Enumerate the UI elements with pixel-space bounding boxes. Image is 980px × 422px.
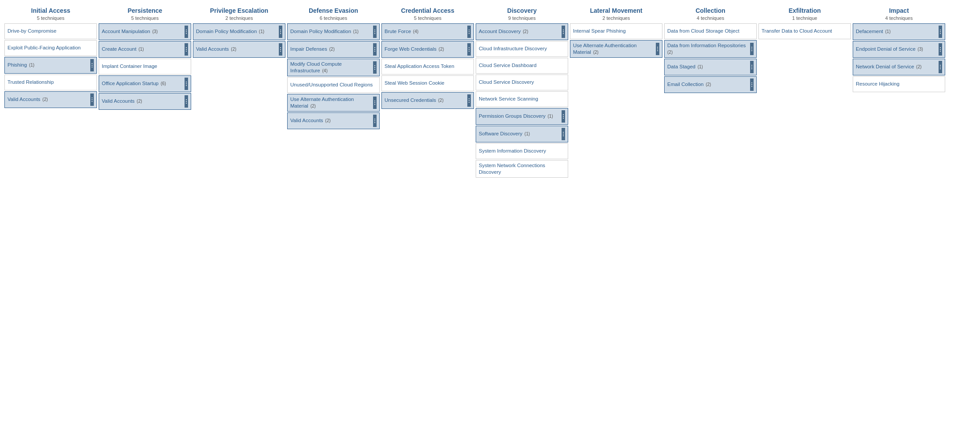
technique-item-cloud-service-dash[interactable]: Cloud Service Dashboard bbox=[476, 58, 568, 74]
drag-handle-domain-policy-pe[interactable] bbox=[279, 26, 282, 38]
technique-item-valid-accounts-pe[interactable]: Valid Accounts (2) bbox=[193, 41, 285, 58]
tactic-column-credential-access: Credential Access5 techniquesBrute Force… bbox=[381, 4, 474, 178]
technique-sub-count-software-disc: (1) bbox=[523, 131, 530, 136]
technique-text-data-cloud-storage: Data from Cloud Storage Object bbox=[667, 28, 754, 34]
technique-item-sys-network[interactable]: System Network Connections Discovery bbox=[476, 160, 568, 178]
technique-item-create-acct[interactable]: Create Account (1) bbox=[99, 41, 191, 58]
drag-handle-acct-discovery[interactable] bbox=[562, 26, 565, 38]
technique-item-unused-cloud[interactable]: Unused/Unsupported Cloud Regions bbox=[287, 77, 380, 93]
drag-handle-network-dos[interactable] bbox=[939, 61, 942, 73]
drag-handle-software-disc[interactable] bbox=[562, 128, 565, 140]
technique-item-domain-policy-de[interactable]: Domain Policy Modification (1) bbox=[287, 23, 380, 40]
drag-handle-office-app[interactable] bbox=[185, 78, 188, 90]
technique-item-trusted-rel[interactable]: Trusted Relationship bbox=[4, 75, 97, 90]
technique-item-cloud-infra[interactable]: Cloud Infrastructure Discovery bbox=[476, 41, 568, 57]
technique-item-phishing[interactable]: Phishing (1) bbox=[4, 57, 97, 74]
techniques-list-lateral-movement: Internal Spear PhishingUse Alternate Aut… bbox=[570, 23, 662, 58]
technique-text-trusted-rel: Trusted Relationship bbox=[7, 79, 94, 86]
technique-sub-count-impair-defenses: (2) bbox=[328, 47, 335, 52]
technique-sub-count-network-dos: (2) bbox=[915, 64, 921, 69]
technique-text-create-acct: Create Account (1) bbox=[102, 46, 183, 52]
drag-handle-use-alternate-de[interactable] bbox=[373, 97, 377, 109]
technique-text-cloud-service-dash: Cloud Service Dashboard bbox=[479, 62, 565, 69]
drag-handle-email-collection[interactable] bbox=[750, 78, 754, 91]
technique-item-use-alternate-de[interactable]: Use Alternate Authentication Material (2… bbox=[287, 94, 380, 112]
tactic-count-privilege-escalation: 2 techniques bbox=[195, 15, 284, 21]
technique-text-cloud-service-disc: Cloud Service Discovery bbox=[479, 79, 565, 86]
technique-item-data-staged[interactable]: Data Staged (1) bbox=[664, 59, 757, 75]
technique-item-sys-info[interactable]: System Information Discovery bbox=[476, 143, 568, 159]
technique-item-data-cloud-storage[interactable]: Data from Cloud Storage Object bbox=[664, 23, 757, 39]
technique-item-email-collection[interactable]: Email Collection (2) bbox=[664, 76, 757, 93]
technique-item-software-disc[interactable]: Software Discovery (1) bbox=[476, 126, 568, 142]
tactic-count-defense-evasion: 6 techniques bbox=[289, 15, 378, 21]
technique-item-drive-by[interactable]: Drive-by Compromise bbox=[4, 23, 97, 39]
drag-handle-valid-accounts-p[interactable] bbox=[185, 95, 188, 108]
drag-handle-valid-accounts-de[interactable] bbox=[373, 115, 377, 127]
technique-text-acct-discovery: Account Discovery (2) bbox=[479, 28, 560, 35]
technique-item-office-app[interactable]: Office Application Startup (6) bbox=[99, 75, 191, 92]
technique-item-transfer-data[interactable]: Transfer Data to Cloud Account bbox=[758, 23, 851, 39]
technique-sub-count-use-alternate-lm: (2) bbox=[592, 50, 599, 55]
technique-item-valid-accounts-p[interactable]: Valid Accounts (2) bbox=[99, 93, 191, 110]
technique-text-exploit-public: Exploit Public-Facing Application bbox=[7, 45, 94, 51]
drag-handle-create-acct[interactable] bbox=[185, 43, 188, 56]
technique-text-use-alternate-de: Use Alternate Authentication Material (2… bbox=[290, 96, 371, 109]
drag-handle-valid-accounts-ia[interactable] bbox=[90, 93, 94, 106]
technique-item-use-alternate-lm[interactable]: Use Alternate Authentication Material (2… bbox=[570, 40, 662, 58]
technique-item-data-info-repos[interactable]: Data from Information Repositories (2) bbox=[664, 40, 757, 58]
mitre-matrix: Initial Access5 techniquesDrive-by Compr… bbox=[0, 0, 980, 182]
tactic-header-discovery: Discovery9 techniques bbox=[476, 4, 568, 22]
technique-text-email-collection: Email Collection (2) bbox=[667, 81, 748, 88]
drag-handle-endpoint-dos[interactable] bbox=[939, 43, 942, 56]
technique-sub-count-create-acct: (1) bbox=[137, 47, 144, 52]
technique-item-forge-web[interactable]: Forge Web Credentials (2) bbox=[381, 41, 474, 58]
technique-sub-count-permission-groups: (1) bbox=[546, 114, 553, 119]
technique-item-internal-spear[interactable]: Internal Spear Phishing bbox=[570, 23, 662, 39]
technique-item-defacement[interactable]: Defacement (1) bbox=[853, 23, 945, 40]
drag-handle-use-alternate-lm[interactable] bbox=[656, 43, 659, 55]
technique-item-valid-accounts-de[interactable]: Valid Accounts (2) bbox=[287, 112, 380, 129]
technique-text-transfer-data: Transfer Data to Cloud Account bbox=[762, 28, 848, 34]
drag-handle-data-staged[interactable] bbox=[750, 61, 754, 73]
technique-item-implant-container[interactable]: Implant Container Image bbox=[99, 59, 191, 75]
drag-handle-domain-policy-de[interactable] bbox=[373, 26, 377, 38]
technique-item-brute-force[interactable]: Brute Force (4) bbox=[381, 23, 474, 40]
drag-handle-permission-groups[interactable] bbox=[562, 110, 565, 123]
tactic-count-discovery: 9 techniques bbox=[477, 15, 566, 21]
technique-item-steal-web-cookie[interactable]: Steal Web Session Cookie bbox=[381, 75, 474, 91]
technique-item-network-service[interactable]: Network Service Scanning bbox=[476, 91, 568, 107]
tactic-column-defense-evasion: Defense Evasion6 techniquesDomain Policy… bbox=[287, 4, 380, 178]
technique-text-network-dos: Network Denial of Service (2) bbox=[856, 63, 937, 70]
technique-sub-count-use-alternate-de: (2) bbox=[309, 104, 316, 108]
technique-item-steal-app-token[interactable]: Steal Application Access Token bbox=[381, 59, 474, 75]
technique-item-acct-discovery[interactable]: Account Discovery (2) bbox=[476, 23, 568, 40]
drag-handle-forge-web[interactable] bbox=[467, 43, 471, 56]
technique-item-unsecured-creds[interactable]: Unsecured Credentials (2) bbox=[381, 92, 474, 109]
technique-item-resource-hijack[interactable]: Resource Hijacking bbox=[853, 76, 945, 92]
technique-sub-count-valid-accounts-pe: (2) bbox=[230, 47, 237, 52]
technique-item-domain-policy-pe[interactable]: Domain Policy Modification (1) bbox=[193, 23, 285, 40]
drag-handle-modify-cloud[interactable] bbox=[373, 61, 377, 74]
tactic-column-persistence: Persistence5 techniquesAccount Manipulat… bbox=[99, 4, 191, 178]
drag-handle-brute-force[interactable] bbox=[467, 26, 471, 38]
drag-handle-data-info-repos[interactable] bbox=[750, 43, 754, 55]
technique-item-acct-manip[interactable]: Account Manipulation (3) bbox=[99, 23, 191, 40]
drag-handle-phishing[interactable] bbox=[90, 59, 94, 71]
technique-item-exploit-public[interactable]: Exploit Public-Facing Application bbox=[4, 40, 97, 56]
technique-item-modify-cloud[interactable]: Modify Cloud Compute Infrastructure (4) bbox=[287, 59, 380, 76]
technique-item-endpoint-dos[interactable]: Endpoint Denial of Service (3) bbox=[853, 41, 945, 58]
technique-item-cloud-service-disc[interactable]: Cloud Service Discovery bbox=[476, 75, 568, 90]
drag-handle-defacement[interactable] bbox=[939, 26, 942, 38]
technique-sub-count-unsecured-creds: (2) bbox=[437, 98, 444, 103]
technique-item-permission-groups[interactable]: Permission Groups Discovery (1) bbox=[476, 108, 568, 125]
technique-item-network-dos[interactable]: Network Denial of Service (2) bbox=[853, 59, 945, 75]
technique-item-valid-accounts-ia[interactable]: Valid Accounts (2) bbox=[4, 91, 97, 108]
drag-handle-impair-defenses[interactable] bbox=[373, 43, 377, 56]
drag-handle-unsecured-creds[interactable] bbox=[467, 94, 471, 107]
drag-handle-acct-manip[interactable] bbox=[185, 26, 188, 38]
techniques-list-impact: Defacement (1)Endpoint Denial of Service… bbox=[853, 23, 945, 92]
drag-handle-valid-accounts-pe[interactable] bbox=[279, 43, 282, 56]
technique-text-use-alternate-lm: Use Alternate Authentication Material (2… bbox=[573, 42, 654, 56]
technique-item-impair-defenses[interactable]: Impair Defenses (2) bbox=[287, 41, 380, 58]
